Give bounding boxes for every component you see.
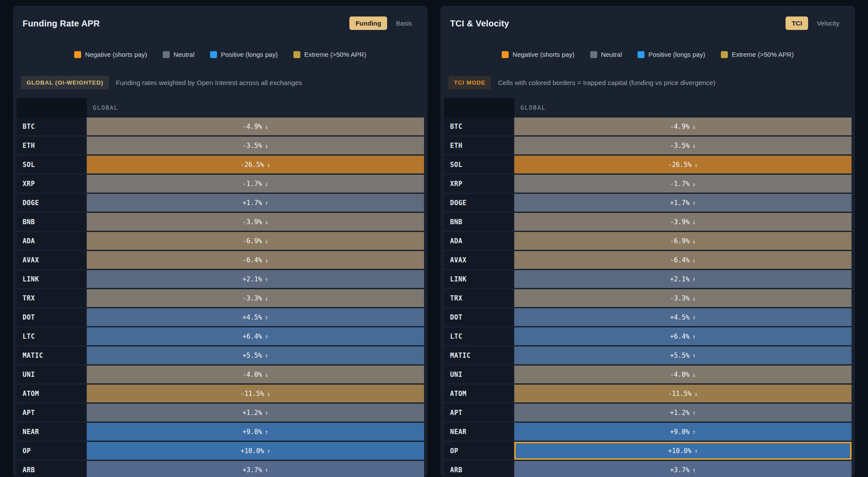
- row-symbol: DOGE: [444, 194, 513, 212]
- heatmap-cell[interactable]: -4.9%↓: [514, 118, 852, 135]
- heatmap-cell[interactable]: +9.0%↑: [514, 423, 852, 441]
- cell-value: -4.0%: [670, 371, 690, 379]
- legend-swatch-icon: [590, 51, 597, 58]
- row-symbol: NEAR: [16, 423, 86, 441]
- legend-swatch-icon: [210, 51, 217, 58]
- heatmap-cell[interactable]: +2.1%↑: [87, 270, 424, 288]
- column-header: GLOBAL: [87, 98, 424, 118]
- heatmap-cell[interactable]: -4.0%↓: [514, 366, 852, 383]
- cell-value: -3.9%: [243, 218, 262, 226]
- arrow-up-icon: ↑: [265, 276, 268, 283]
- row-symbol: BNB: [444, 213, 513, 231]
- table-head: GLOBAL: [444, 98, 852, 118]
- heatmap-cell[interactable]: -6.4%↓: [514, 251, 852, 269]
- heatmap-cell[interactable]: -6.9%↓: [87, 232, 424, 250]
- legend-label: Extreme (>50% APR): [304, 51, 366, 58]
- heatmap-cell[interactable]: +1.2%↑: [514, 404, 852, 421]
- heatmap-cell[interactable]: -11.5%↓: [87, 385, 424, 402]
- cell-value: +1.2%: [670, 409, 690, 417]
- table-row: MATIC+5.5%↑: [16, 346, 424, 364]
- cell-value: -3.5%: [670, 142, 690, 150]
- heatmap-cell[interactable]: -4.9%↓: [87, 118, 424, 135]
- toggle-funding[interactable]: Funding: [349, 16, 387, 30]
- row-symbol: XRP: [16, 175, 86, 193]
- heatmap-cell[interactable]: +3.7%↑: [87, 461, 424, 477]
- heatmap-cell[interactable]: +6.4%↑: [87, 327, 424, 345]
- heatmap-cell[interactable]: -26.5%↓: [87, 156, 424, 173]
- heatmap-cell[interactable]: +3.7%↑: [514, 461, 852, 477]
- legend-swatch-icon: [721, 51, 728, 58]
- cell-value: -6.4%: [670, 256, 690, 264]
- table-row: ARB+3.7%↑: [444, 461, 852, 477]
- cell-value: +6.4%: [243, 333, 262, 340]
- row-symbol: ATOM: [444, 385, 513, 402]
- arrow-up-icon: ↑: [265, 428, 268, 435]
- heatmap-cell[interactable]: +9.0%↑: [87, 423, 424, 441]
- heatmap-cell[interactable]: -3.5%↓: [514, 137, 852, 154]
- arrow-down-icon: ↓: [265, 219, 268, 225]
- heatmap-cell[interactable]: -26.5%↓: [514, 156, 852, 173]
- heatmap-cell[interactable]: +4.5%↑: [87, 308, 424, 326]
- arrow-down-icon: ↓: [265, 180, 268, 187]
- row-symbol: ARB: [16, 461, 86, 477]
- arrow-down-icon: ↓: [692, 123, 696, 130]
- heatmap-cell[interactable]: +10.0%↑: [514, 442, 852, 460]
- row-symbol: SOL: [16, 156, 86, 173]
- arrow-down-icon: ↓: [694, 161, 697, 168]
- legend-item: Negative (shorts pay): [502, 51, 575, 58]
- heatmap-cell[interactable]: +6.4%↑: [514, 327, 852, 345]
- arrow-up-icon: ↑: [692, 199, 696, 206]
- heatmap-cell[interactable]: +5.5%↑: [514, 346, 852, 364]
- heatmap-cell[interactable]: -1.7%↓: [87, 175, 424, 193]
- heatmap-cell[interactable]: -3.5%↓: [87, 137, 424, 154]
- panel-header: Funding Rate APR FundingBasis: [16, 6, 424, 40]
- heatmap-cell[interactable]: -6.4%↓: [87, 251, 424, 269]
- table-row: BNB-3.9%↓: [16, 213, 424, 231]
- heatmap-cell[interactable]: +1.7%↑: [87, 194, 424, 212]
- row-symbol: SOL: [444, 156, 513, 173]
- heatmap-cell[interactable]: -1.7%↓: [514, 175, 852, 193]
- heatmap-cell[interactable]: -3.3%↓: [514, 289, 852, 307]
- heatmap-cell[interactable]: -3.3%↓: [87, 289, 424, 307]
- row-symbol: ETH: [444, 137, 513, 154]
- arrow-down-icon: ↓: [692, 257, 696, 264]
- cell-value: +1.2%: [243, 409, 262, 417]
- heatmap-cell[interactable]: +2.1%↑: [514, 270, 852, 288]
- heatmap-cell[interactable]: +4.5%↑: [514, 308, 852, 326]
- heatmap-cell[interactable]: +1.7%↑: [514, 194, 852, 212]
- table-row: APT+1.2%↑: [16, 404, 424, 421]
- heatmap-cell[interactable]: -4.0%↓: [87, 366, 424, 383]
- heatmap-cell[interactable]: -11.5%↓: [514, 385, 852, 402]
- row-symbol: TRX: [16, 289, 86, 307]
- heatmap-cell[interactable]: +10.0%↑: [87, 442, 424, 460]
- table-row: BNB-3.9%↓: [444, 213, 852, 231]
- row-symbol: LTC: [444, 327, 513, 345]
- arrow-down-icon: ↓: [266, 390, 270, 397]
- legend-item: Positive (longs pay): [210, 51, 278, 58]
- cell-value: -11.5%: [240, 390, 264, 398]
- heatmap-cell[interactable]: -3.9%↓: [514, 213, 852, 231]
- legend-label: Negative (shorts pay): [85, 51, 147, 58]
- toggle-tci[interactable]: TCI: [786, 16, 808, 30]
- heatmap-cell[interactable]: +1.2%↑: [87, 404, 424, 421]
- heatmap-cell[interactable]: -3.9%↓: [87, 213, 424, 231]
- row-symbol: NEAR: [444, 423, 513, 441]
- heatmap-cell[interactable]: -6.9%↓: [514, 232, 852, 250]
- row-symbol: MATIC: [444, 346, 513, 364]
- table-row: BTC-4.9%↓: [16, 118, 424, 135]
- table-row: NEAR+9.0%↑: [444, 423, 852, 441]
- arrow-up-icon: ↑: [265, 333, 268, 340]
- table-row: ATOM-11.5%↓: [444, 385, 852, 402]
- toggle-velocity[interactable]: Velocity: [811, 16, 845, 30]
- heatmap-cell[interactable]: +5.5%↑: [87, 346, 424, 364]
- cell-value: +6.4%: [670, 333, 690, 340]
- arrow-up-icon: ↑: [266, 448, 270, 454]
- row-symbol: DOGE: [16, 194, 86, 212]
- table-corner: [444, 98, 514, 118]
- panel-title: TCI & Velocity: [450, 18, 509, 29]
- toggle-basis[interactable]: Basis: [390, 16, 418, 30]
- row-symbol: BTC: [16, 118, 86, 135]
- row-symbol: UNI: [16, 366, 86, 383]
- table-row: NEAR+9.0%↑: [16, 423, 424, 441]
- panel-header: TCI & Velocity TCIVelocity: [444, 6, 852, 40]
